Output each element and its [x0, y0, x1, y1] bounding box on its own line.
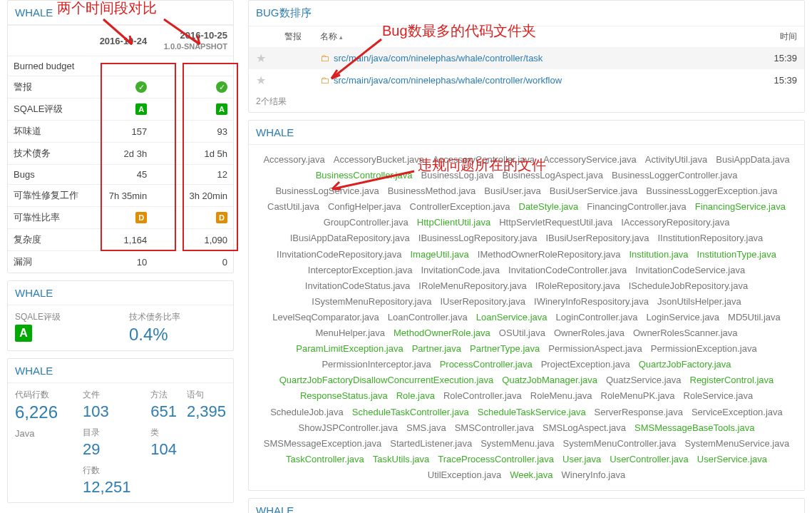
file-link[interactable]: WineryInfo.java	[562, 467, 626, 483]
file-link[interactable]: IBusiAppDataRepository.java	[290, 230, 410, 246]
file-link[interactable]: InvitationCodeStatus.java	[305, 278, 410, 294]
bug-row[interactable]: ★🗀src/main/java/com/ninelephas/whale/con…	[249, 69, 804, 91]
file-link[interactable]: AccessoryController.java	[433, 152, 535, 168]
file-link[interactable]: Partner.java	[412, 341, 461, 357]
file-link[interactable]: InvitationCodeService.java	[635, 263, 745, 278]
file-link[interactable]: RoleService.java	[684, 388, 754, 404]
file-link[interactable]: IBusinessLogRepository.java	[418, 230, 538, 246]
file-link[interactable]: RoleMenu.java	[530, 388, 592, 404]
file-link[interactable]: Role.java	[396, 388, 435, 404]
col-name[interactable]: 名称	[320, 31, 754, 43]
file-link[interactable]: Week.java	[510, 467, 553, 483]
files-value[interactable]: 103	[83, 402, 138, 421]
file-link[interactable]: SMSMessageBaseTools.java	[634, 420, 754, 436]
file-link[interactable]: MD5Util.java	[728, 310, 781, 325]
file-link[interactable]: PartnerType.java	[470, 341, 540, 357]
file-link[interactable]: ProjectException.java	[541, 357, 630, 372]
file-link[interactable]: SystemMenuService.java	[685, 436, 790, 452]
file-link[interactable]: IRoleMenuRepository.java	[418, 278, 527, 294]
file-link[interactable]: InterceptorException.java	[308, 263, 413, 278]
file-link[interactable]: UserController.java	[610, 452, 689, 467]
classes-value[interactable]: 104	[150, 440, 177, 459]
file-link[interactable]: BusinessLogAspect.java	[502, 168, 603, 183]
file-link[interactable]: JsonUtilsHelper.java	[657, 294, 741, 310]
file-link[interactable]: UtilException.java	[428, 467, 501, 483]
file-link[interactable]: StartedListener.java	[390, 436, 472, 452]
file-link[interactable]: SMSController.java	[455, 420, 534, 436]
file-link[interactable]: OwnerRolesScanner.java	[633, 325, 738, 341]
file-link[interactable]: ProcessController.java	[440, 357, 533, 372]
file-link[interactable]: ParamLimitException.java	[296, 341, 403, 357]
file-link[interactable]: BussinessLoggerException.java	[646, 183, 777, 199]
file-link[interactable]: InvitationCode.java	[421, 263, 500, 278]
file-link[interactable]: IWineryInfoRespository.java	[534, 294, 649, 310]
file-link[interactable]: QuatzService.java	[606, 372, 682, 388]
file-link[interactable]: BusiUserService.java	[550, 183, 638, 199]
file-link[interactable]: Accessory.java	[263, 152, 324, 168]
file-link[interactable]: BusinessLoggerController.java	[612, 168, 737, 183]
file-link[interactable]: RoleController.java	[443, 388, 522, 404]
col-warn[interactable]: 警报	[284, 31, 320, 43]
file-link[interactable]: IMethodOwnerRoleRepository.java	[478, 247, 621, 263]
file-link[interactable]: ActivityUtil.java	[645, 152, 707, 168]
file-link[interactable]: LevelSeqComparator.java	[272, 310, 379, 325]
file-link[interactable]: IRoleRepository.java	[535, 278, 620, 294]
file-link[interactable]: RegisterControl.java	[690, 372, 774, 388]
file-link[interactable]: ScheduleTaskController.java	[352, 405, 469, 420]
file-link[interactable]: RoleMenuPK.java	[601, 388, 675, 404]
file-link[interactable]: UserService.java	[697, 452, 767, 467]
stmt-value[interactable]: 2,395	[187, 402, 226, 421]
file-link[interactable]: FinancingService.java	[695, 199, 786, 215]
file-link[interactable]: BusinessLog.java	[421, 168, 493, 183]
file-link[interactable]: SMSMessageException.java	[264, 436, 381, 452]
file-link[interactable]: IBusiUserRepository.java	[545, 230, 649, 246]
file-link[interactable]: ImageUtil.java	[410, 247, 468, 263]
file-link[interactable]: QuartzJobFactory.java	[639, 357, 731, 372]
file-link[interactable]: InvitationCodeController.java	[508, 263, 627, 278]
file-link[interactable]: InstitutionType.java	[697, 247, 776, 263]
file-link[interactable]: DateStyle.java	[519, 199, 579, 215]
file-link[interactable]: QuatzJobManager.java	[502, 372, 597, 388]
file-link[interactable]: BusinessController.java	[316, 168, 413, 183]
file-link[interactable]: PermissionInterceptor.java	[322, 357, 431, 372]
file-link[interactable]: LoginController.java	[556, 310, 638, 325]
file-link[interactable]: HttpClientUtil.java	[417, 215, 490, 230]
file-link[interactable]: SMSLogAspect.java	[543, 420, 626, 436]
lines-value[interactable]: 12,251	[83, 478, 138, 497]
bug-row[interactable]: ★🗀src/main/java/com/ninelephas/whale/con…	[249, 47, 804, 69]
file-link[interactable]: IScheduleJobRepository.java	[629, 278, 748, 294]
file-link[interactable]: LoginService.java	[646, 310, 719, 325]
methods-value[interactable]: 651	[150, 402, 177, 421]
file-link[interactable]: ServerResponse.java	[595, 405, 683, 420]
file-link[interactable]: QuartzJobFactoryDisallowConcurrentExecut…	[279, 372, 494, 388]
file-link[interactable]: ControllerException.java	[410, 199, 510, 215]
file-link[interactable]: OSUtil.java	[499, 325, 545, 341]
file-link[interactable]: ISystemMenuRepository.java	[312, 294, 431, 310]
file-link[interactable]: TaskUtils.java	[373, 452, 429, 467]
file-link[interactable]: AccessoryService.java	[543, 152, 637, 168]
file-link[interactable]: ConfigHelper.java	[328, 199, 401, 215]
file-link[interactable]: GroupController.java	[324, 215, 408, 230]
file-link[interactable]: ScheduleJob.java	[270, 405, 344, 420]
file-link[interactable]: PermissionAspect.java	[548, 341, 642, 357]
file-link[interactable]: IInvitationCodeRepository.java	[277, 247, 401, 263]
file-link[interactable]: MenuHelper.java	[315, 325, 385, 341]
file-link[interactable]: IAccessoryRepository.java	[621, 215, 729, 230]
bug-path[interactable]: src/main/java/com/ninelephas/whale/contr…	[334, 75, 562, 86]
file-link[interactable]: ShowJSPController.java	[299, 420, 398, 436]
file-link[interactable]: IUserRepository.java	[440, 294, 525, 310]
loc-value[interactable]: 6,226	[15, 402, 70, 422]
file-link[interactable]: Institution.java	[629, 247, 688, 263]
file-link[interactable]: PermissionException.java	[651, 341, 757, 357]
file-link[interactable]: BusinessMethod.java	[388, 183, 476, 199]
star-icon[interactable]: ★	[256, 74, 266, 86]
file-link[interactable]: BusiAppData.java	[716, 152, 789, 168]
dirs-value[interactable]: 29	[83, 440, 138, 459]
file-link[interactable]: ResponseStatus.java	[300, 388, 388, 404]
file-link[interactable]: TaskController.java	[286, 452, 364, 467]
file-link[interactable]: BusiUser.java	[484, 183, 540, 199]
file-link[interactable]: SMS.java	[406, 420, 446, 436]
debt-value[interactable]: 0.4%	[129, 325, 226, 345]
file-link[interactable]: HttpServletRequestUtil.java	[499, 215, 612, 230]
file-link[interactable]: FinancingController.java	[587, 199, 686, 215]
